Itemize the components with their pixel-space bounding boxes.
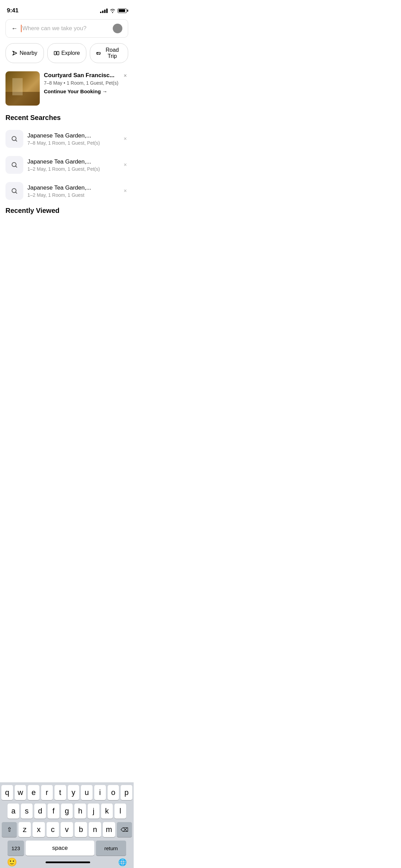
svg-rect-0 <box>54 51 56 55</box>
nearby-icon <box>12 50 17 56</box>
mic-icon[interactable] <box>113 24 122 33</box>
search-icon <box>11 161 18 168</box>
svg-rect-1 <box>57 51 59 55</box>
search-icon <box>11 188 18 194</box>
search-item-info: Japanese Tea Garden,... 1–2 May, 1 Room,… <box>27 158 118 172</box>
booking-info: Courtyard San Francisc... 7–8 May • 1 Ro… <box>44 71 128 94</box>
booking-name: Courtyard San Francisc... <box>44 72 128 79</box>
status-bar: 9:41 <box>0 0 134 16</box>
recently-viewed-title: Recently Viewed <box>0 204 134 219</box>
recent-searches-title: Recent Searches <box>0 111 134 126</box>
recently-viewed-section: Recently Viewed <box>0 204 134 224</box>
continue-booking-button[interactable]: Continue Your Booking → <box>44 88 128 94</box>
explore-button[interactable]: Explore <box>47 43 86 63</box>
search-input-area[interactable]: Where can we take you? <box>21 25 109 32</box>
status-icons <box>100 9 127 13</box>
text-cursor <box>21 25 22 32</box>
search-item-icon-wrap <box>5 182 23 200</box>
road-trip-icon <box>96 50 101 56</box>
back-arrow-icon[interactable]: ← <box>11 25 17 32</box>
search-placeholder: Where can we take you? <box>22 25 109 32</box>
search-item-icon-wrap <box>5 130 23 148</box>
booking-details: 7–8 May • 1 Room, 1 Guest, Pet(s) <box>44 80 128 86</box>
explore-icon <box>54 50 59 56</box>
search-item-info: Japanese Tea Garden,... 1–2 May, 1 Room,… <box>27 184 118 198</box>
quick-actions: Nearby Explore Road Trip <box>0 42 134 69</box>
search-icon <box>11 135 18 142</box>
list-item[interactable]: Japanese Tea Garden,... 1–2 May, 1 Room,… <box>0 152 134 178</box>
list-item[interactable]: Japanese Tea Garden,... 1–2 May, 1 Room,… <box>0 178 134 204</box>
road-trip-button[interactable]: Road Trip <box>90 43 128 63</box>
nearby-button[interactable]: Nearby <box>5 43 44 63</box>
recent-searches-section: Recent Searches Japanese Tea Garden,... … <box>0 111 134 204</box>
search-bar[interactable]: ← Where can we take you? <box>5 19 128 38</box>
search-item-info: Japanese Tea Garden,... 7–8 May, 1 Room,… <box>27 132 118 146</box>
booking-card[interactable]: Courtyard San Francisc... 7–8 May • 1 Ro… <box>5 71 128 106</box>
signal-icon <box>100 9 108 13</box>
wifi-icon <box>110 9 116 13</box>
search-item-close-button[interactable]: × <box>122 186 128 195</box>
battery-icon <box>118 9 127 13</box>
search-item-icon-wrap <box>5 156 23 174</box>
booking-close-button[interactable]: × <box>122 71 128 80</box>
search-item-close-button[interactable]: × <box>122 160 128 169</box>
search-item-close-button[interactable]: × <box>122 134 128 143</box>
search-container: ← Where can we take you? <box>0 16 134 42</box>
booking-image <box>5 71 40 106</box>
status-time: 9:41 <box>7 7 19 14</box>
list-item[interactable]: Japanese Tea Garden,... 7–8 May, 1 Room,… <box>0 126 134 152</box>
